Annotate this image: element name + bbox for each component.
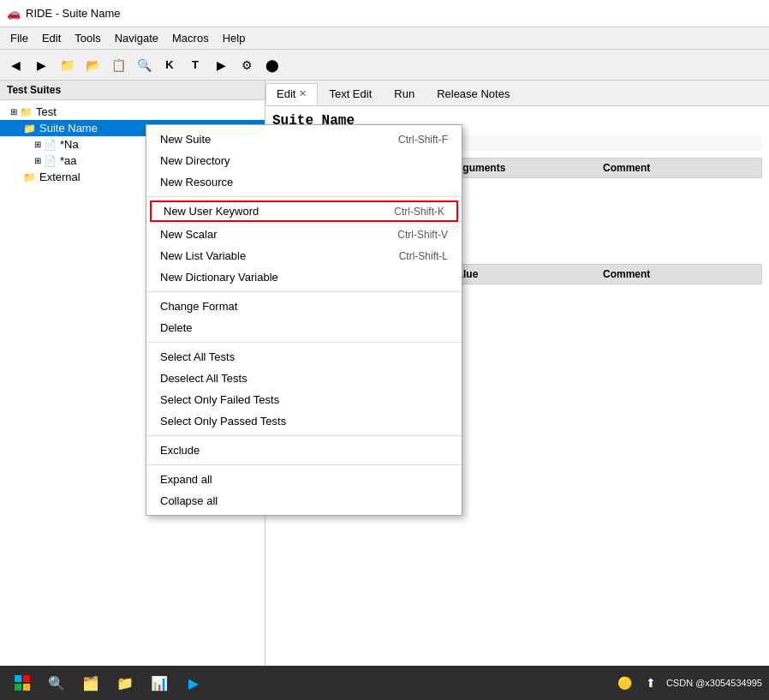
window-title: RIDE - Suite Name	[26, 7, 121, 20]
ctx-deselect-all[interactable]: Deselect All Tests	[146, 368, 462, 389]
tree-label-na: *Na	[60, 138, 79, 151]
toolbar-run[interactable]: ▶	[209, 53, 233, 77]
ctx-new-user-keyword[interactable]: New User Keyword Ctrl-Shift-K	[150, 200, 458, 222]
tree-expand-icon-na: ⊞	[34, 140, 41, 149]
ctx-new-dict-variable[interactable]: New Dictionary Variable	[146, 266, 462, 288]
tray-icon-2: ⬆	[641, 673, 661, 693]
tray-text: CSDN @x3054534995	[666, 678, 762, 688]
tabs-bar: Edit ✕ Text Edit Run Release Notes	[265, 81, 769, 106]
ctx-new-suite[interactable]: New Suite Ctrl-Shift-F	[146, 129, 462, 150]
folder-icon: 📁	[20, 106, 33, 118]
ctx-new-directory-label: New Directory	[160, 154, 230, 167]
toolbar-copy[interactable]: 📋	[106, 53, 130, 77]
meta-col2: Value	[451, 268, 603, 280]
ctx-new-scalar[interactable]: New Scalar Ctrl-Shift-V	[146, 224, 462, 245]
tab-text-edit-label: Text Edit	[329, 87, 372, 100]
ctx-change-format[interactable]: Change Format	[146, 296, 462, 317]
ctx-delete-label: Delete	[160, 321, 193, 334]
folder-icon-ext: 📁	[23, 171, 36, 183]
tab-release-notes-label: Release Notes	[437, 87, 510, 100]
menu-macros[interactable]: Macros	[165, 30, 216, 46]
tab-release-notes[interactable]: Release Notes	[426, 83, 521, 104]
menu-tools[interactable]: Tools	[68, 30, 107, 46]
col-comment: Comment	[603, 162, 754, 174]
ctx-new-user-keyword-label: New User Keyword	[164, 205, 259, 218]
menu-edit[interactable]: Edit	[35, 30, 68, 46]
ctx-expand-all[interactable]: Expand all	[146, 469, 462, 490]
menu-help[interactable]: Help	[216, 30, 253, 46]
ctx-new-resource[interactable]: New Resource	[146, 171, 462, 193]
panel-header: Test Suites	[0, 81, 265, 100]
svg-rect-3	[23, 684, 30, 691]
toolbar-save[interactable]: 📂	[80, 53, 104, 77]
ctx-new-list-variable[interactable]: New List Variable Ctrl-Shift-L	[146, 245, 462, 266]
toolbar-forward[interactable]: ▶	[29, 53, 53, 77]
ctx-exclude-label: Exclude	[160, 444, 200, 457]
tab-edit-close[interactable]: ✕	[299, 88, 307, 99]
tab-edit[interactable]: Edit ✕	[265, 83, 318, 105]
explorer-icon[interactable]: 📁	[110, 667, 140, 698]
tree-expand-icon: ⊞	[10, 107, 17, 117]
ctx-select-passed[interactable]: Select Only Passed Tests	[146, 410, 462, 432]
toolbar-circle[interactable]: ⬤	[260, 53, 284, 77]
video-icon[interactable]: ▶	[178, 667, 209, 698]
ctx-new-scalar-shortcut: Ctrl-Shift-V	[397, 229, 448, 241]
ctx-change-format-label: Change Format	[160, 300, 237, 313]
tab-run-label: Run	[394, 87, 414, 100]
title-bar: 🚗 RIDE - Suite Name	[0, 0, 769, 27]
tree-label-aa: *aa	[60, 154, 77, 167]
ctx-sep-2	[146, 291, 462, 292]
ctx-new-suite-label: New Suite	[160, 133, 211, 146]
toolbar-k[interactable]: K	[158, 53, 182, 77]
taskbar-right: 🟡 ⬆ CSDN @x3054534995	[615, 673, 762, 693]
ctx-new-directory[interactable]: New Directory	[146, 150, 462, 171]
toolbar-back[interactable]: ◀	[3, 53, 27, 77]
ctx-select-failed[interactable]: Select Only Failed Tests	[146, 389, 462, 410]
ctx-deselect-all-label: Deselect All Tests	[160, 372, 247, 385]
chart-icon[interactable]: 📊	[144, 667, 175, 698]
ctx-collapse-all-label: Collapse all	[160, 494, 218, 507]
ctx-new-list-variable-shortcut: Ctrl-Shift-L	[399, 250, 448, 262]
svg-rect-0	[15, 675, 21, 682]
menu-bar: File Edit Tools Navigate Macros Help	[0, 27, 769, 50]
taskview-icon[interactable]: 🗂️	[75, 667, 106, 698]
context-menu: New Suite Ctrl-Shift-F New Directory New…	[146, 124, 462, 516]
ctx-sep-5	[146, 464, 462, 465]
ctx-delete[interactable]: Delete	[146, 317, 462, 338]
ctx-new-list-variable-label: New List Variable	[160, 249, 246, 262]
ctx-exclude[interactable]: Exclude	[146, 440, 462, 461]
menu-file[interactable]: File	[3, 30, 35, 46]
ctx-expand-all-label: Expand all	[160, 473, 212, 486]
tree-label-test: Test	[36, 105, 57, 118]
ctx-select-failed-label: Select Only Failed Tests	[160, 393, 279, 406]
toolbar-search[interactable]: 🔍	[132, 53, 156, 77]
start-button[interactable]	[7, 667, 38, 698]
tree-item-test[interactable]: ⊞ 📁 Test	[0, 104, 265, 120]
taskbar: 🔍 🗂️ 📁 📊 ▶ 🟡 ⬆ CSDN @x3054534995	[0, 666, 769, 700]
ctx-select-all[interactable]: Select All Tests	[146, 346, 462, 368]
tree-label-external: External	[39, 171, 80, 183]
ctx-new-dict-variable-label: New Dictionary Variable	[160, 271, 278, 284]
ctx-sep-3	[146, 342, 462, 343]
search-taskbar-icon[interactable]: 🔍	[41, 667, 72, 698]
tree-label-suite-name: Suite Name	[39, 122, 98, 135]
ctx-select-passed-label: Select Only Passed Tests	[160, 415, 286, 428]
tree-expand-icon-aa: ⊞	[34, 156, 41, 165]
toolbar-open[interactable]: 📁	[55, 53, 79, 77]
tab-run[interactable]: Run	[383, 83, 426, 104]
toolbar-t[interactable]: T	[183, 53, 207, 77]
tray-icon-1: 🟡	[615, 673, 635, 693]
file-icon-na: 📄	[44, 139, 57, 151]
file-icon-aa: 📄	[44, 155, 57, 167]
toolbar-settings[interactable]: ⚙	[235, 53, 259, 77]
tab-text-edit[interactable]: Text Edit	[318, 83, 383, 104]
col-arguments: Arguments	[451, 162, 603, 174]
ctx-collapse-all[interactable]: Collapse all	[146, 490, 462, 512]
menu-navigate[interactable]: Navigate	[108, 30, 165, 46]
ctx-new-scalar-label: New Scalar	[160, 228, 217, 241]
tab-edit-label: Edit	[277, 87, 295, 100]
svg-rect-1	[23, 675, 30, 682]
meta-col3: Comment	[603, 268, 754, 280]
ctx-select-all-label: Select All Tests	[160, 350, 235, 363]
ctx-new-resource-label: New Resource	[160, 176, 233, 188]
